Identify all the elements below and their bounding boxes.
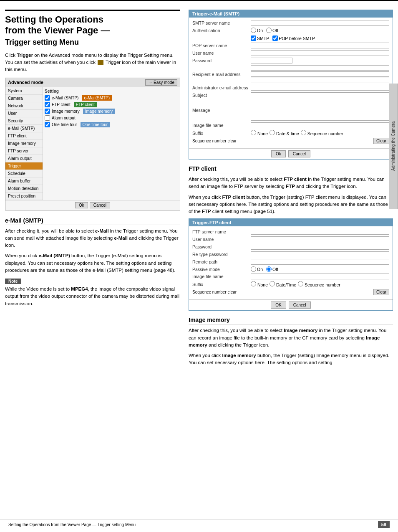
auth-on-radio[interactable] xyxy=(251,28,256,33)
message-textarea[interactable] xyxy=(251,100,389,121)
email-smtp-btn[interactable]: e-Mail(SMTP) xyxy=(82,95,112,101)
nav-item-image-memory[interactable]: Image memory xyxy=(5,140,43,147)
authentication-row: Authentication On Off xyxy=(192,28,389,33)
panel-cancel-btn[interactable]: Cancel xyxy=(90,202,110,208)
checkbox-email-smtp[interactable] xyxy=(45,95,50,101)
suffix-row: Suffix None Date & time Sequence number xyxy=(192,130,389,136)
email-smtp-body2: When you click e-Mail (SMTP) button, the… xyxy=(5,252,180,274)
passive-mode-label: Passive mode xyxy=(192,267,251,272)
smtp-ok-btn[interactable]: Ok xyxy=(271,150,286,157)
ftp-server-row: FTP server name xyxy=(192,229,389,235)
nav-item-ftp-server[interactable]: FTP server xyxy=(5,147,43,155)
ftp-server-label: FTP server name xyxy=(192,229,251,234)
ftp-suffix-none[interactable] xyxy=(251,281,256,286)
page-container: Setting the Operations from the Viewer P… xyxy=(0,0,398,532)
nav-item-camera[interactable]: Camera xyxy=(5,95,43,102)
ftp-image-file-label: Image file name xyxy=(192,274,251,279)
smtp-password-row: Password xyxy=(192,58,389,63)
image-memory-body2: When you click Image memory button, the … xyxy=(189,352,393,367)
ftp-retype-input[interactable] xyxy=(251,251,389,257)
nav-item-motion-detection[interactable]: Motion detection xyxy=(5,185,43,193)
image-file-input[interactable] xyxy=(251,122,389,128)
ftp-image-file-row: Image file name xyxy=(192,274,389,279)
image-memory-btn[interactable]: Image memory xyxy=(83,109,115,114)
ftp-form-footer: OK Cancel xyxy=(189,299,393,310)
recipient-input-2[interactable] xyxy=(251,71,389,77)
auth-radio-group: On Off xyxy=(251,28,278,33)
panel-ok-btn[interactable]: Ok xyxy=(75,202,88,208)
smtp-user-input[interactable] xyxy=(251,50,389,56)
smtp-cancel-btn[interactable]: Cancel xyxy=(288,150,310,157)
suffix-datetime-radio[interactable] xyxy=(270,130,275,135)
recipient-input-3[interactable] xyxy=(251,78,389,83)
checkbox-image-memory[interactable] xyxy=(45,109,50,114)
ftp-user-input[interactable] xyxy=(251,236,389,242)
suffix-sequence-radio[interactable] xyxy=(301,130,306,135)
nav-item-network[interactable]: Network xyxy=(5,102,43,110)
message-label: Message xyxy=(192,108,251,113)
nav-item-system[interactable]: System xyxy=(5,87,43,95)
ftp-password-input[interactable] xyxy=(251,244,389,250)
nav-item-ftp-client[interactable]: FTP client xyxy=(5,132,43,140)
nav-item-trigger[interactable]: Trigger xyxy=(5,162,43,170)
suffix-none-radio[interactable] xyxy=(251,130,256,135)
ftp-ok-btn[interactable]: OK xyxy=(271,301,286,309)
advanced-mode-panel: Advanced mode → Easy mode System Camera … xyxy=(5,78,180,210)
ftp-server-input[interactable] xyxy=(251,229,389,235)
one-time-tour-btn[interactable]: One time tour xyxy=(81,122,110,127)
ftp-client-section: FTP client After checking this, you will… xyxy=(189,165,393,215)
remote-path-input[interactable] xyxy=(251,259,389,265)
ftp-suffix-sequence[interactable] xyxy=(298,281,303,286)
ftp-suffix-label: Suffix xyxy=(192,282,251,287)
passive-mode-row: Passive mode On Off xyxy=(192,266,389,272)
checkbox-ftp-client[interactable] xyxy=(45,102,50,107)
ftp-form-header: Trigger-FTP client xyxy=(189,219,393,226)
passive-on-radio[interactable] xyxy=(251,266,256,272)
nav-item-alarm-output[interactable]: Alarm output xyxy=(5,155,43,162)
checkbox-row-email: e-Mail (SMTP) e-Mail(SMTP) xyxy=(45,95,178,101)
smtp-checkbox[interactable] xyxy=(251,35,256,41)
pop-before-smtp-checkbox[interactable] xyxy=(272,35,278,41)
image-file-label: Image file name xyxy=(192,123,251,128)
nav-item-alarm-buffer[interactable]: Alarm buffer xyxy=(5,177,43,185)
checkbox-one-time-tour[interactable] xyxy=(45,122,50,127)
smtp-server-label: SMTP server name xyxy=(192,20,251,25)
panel-content: System Camera Network User Security e-Ma… xyxy=(5,87,180,200)
admin-email-input[interactable] xyxy=(251,85,389,91)
ftp-client-heading: FTP client xyxy=(189,165,393,173)
ftp-client-btn[interactable]: FTP client xyxy=(74,102,97,107)
passive-mode-radio-group: On Off xyxy=(251,266,278,272)
ftp-image-file-input[interactable] xyxy=(251,274,389,279)
nav-item-security[interactable]: Security xyxy=(5,117,43,125)
pop-server-input[interactable] xyxy=(251,43,389,48)
smtp-server-name-row: SMTP server name xyxy=(192,20,389,26)
passive-off-radio[interactable] xyxy=(266,266,272,272)
checkbox-alarm-output[interactable] xyxy=(45,115,50,121)
smtp-password-input[interactable] xyxy=(251,58,292,63)
ftp-cancel-btn[interactable]: Cancel xyxy=(289,301,311,309)
trigger-ftp-form: Trigger-FTP client FTP server name User … xyxy=(189,218,393,311)
ftp-retype-row: Re-type password xyxy=(192,251,389,257)
left-column: Setting the Operations from the Viewer P… xyxy=(5,10,180,370)
checkbox-row-alarm: Alarm output xyxy=(45,115,178,121)
setting-area: Setting e-Mail (SMTP) e-Mail(SMTP) FTP c… xyxy=(43,87,180,200)
nav-item-email[interactable]: e-Mail (SMTP) xyxy=(5,125,43,132)
ftp-suffix-datetime[interactable] xyxy=(270,281,275,286)
subject-input[interactable] xyxy=(251,92,389,98)
smtp-form-header: Trigger-e-Mail (SMTP) xyxy=(189,10,393,18)
nav-item-user[interactable]: User xyxy=(5,110,43,117)
message-row: Message xyxy=(192,100,389,121)
auth-off-radio[interactable] xyxy=(266,28,272,33)
smtp-clear-btn[interactable]: Clear xyxy=(373,138,389,144)
ftp-clear-btn[interactable]: Clear xyxy=(373,289,389,295)
easy-mode-button[interactable]: → Easy mode xyxy=(145,79,177,86)
nav-item-preset-position[interactable]: Preset position xyxy=(5,193,43,200)
nav-item-schedule[interactable]: Schedule xyxy=(5,170,43,177)
advanced-mode-header: Advanced mode → Easy mode xyxy=(5,78,180,87)
image-file-row: Image file name xyxy=(192,122,389,128)
recipient-label: Recipient e-mail address xyxy=(192,72,251,77)
recipient-input-1[interactable] xyxy=(251,65,389,71)
smtp-form-body: SMTP server name Authentication On Off xyxy=(189,18,393,148)
smtp-checkbox-row: SMTP POP before SMTP xyxy=(192,35,389,41)
smtp-server-input[interactable] xyxy=(251,20,389,26)
